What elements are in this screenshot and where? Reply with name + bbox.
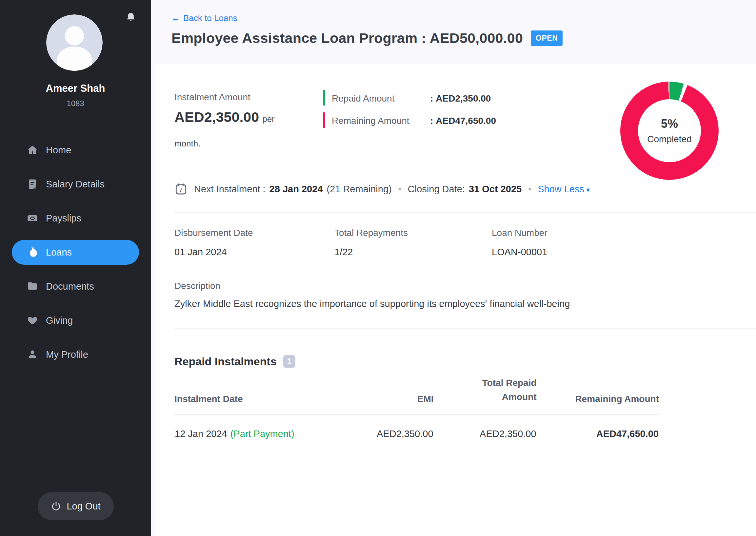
repaid-amount-row: Repaid Amount : AED2,350.00	[332, 93, 491, 104]
page-title: Employee Assistance Loan Program : AED50…	[171, 30, 523, 46]
donut-completed-label: Completed	[647, 134, 691, 145]
detail-label: Disbursement Date	[174, 228, 253, 238]
detail-value: 1/22	[334, 247, 408, 257]
sidebar-item-documents[interactable]: Documents	[12, 274, 139, 299]
banknote-icon	[27, 213, 38, 224]
person-icon	[27, 349, 38, 360]
chevron-down-icon: ▾	[586, 186, 590, 194]
loan-detail-disbursement-date: Disbursement Date01 Jan 2024	[174, 228, 253, 257]
instalments-count-badge: 1	[283, 355, 295, 368]
sidebar-item-label: Home	[46, 145, 71, 156]
remaining-cell: AED47,650.00	[537, 415, 659, 440]
sidebar-item-label: Documents	[46, 281, 94, 292]
back-arrow-icon: ←	[171, 13, 180, 23]
loan-detail-loan-number: Loan NumberLOAN-00001	[492, 228, 548, 257]
divider	[174, 212, 756, 213]
repaid-instalments-table: Instalment DateEMITotal Repaid AmountRem…	[174, 376, 659, 440]
emi-cell: AED2,350.00	[350, 415, 434, 440]
salary-document-icon	[27, 179, 38, 190]
donut-percent: 5%	[661, 117, 678, 131]
calendar-icon: 7	[174, 183, 188, 196]
loan-detail-card: Instalment Amount AED2,350.00per month. …	[156, 64, 756, 536]
repaid-instalments-heading: Repaid Instalments	[174, 355, 277, 368]
sidebar: Ameer Shah 1083 HomeSalary DetailsPaysli…	[0, 0, 151, 536]
sidebar-item-label: Loans	[46, 247, 72, 258]
avatar	[46, 15, 103, 71]
power-icon	[51, 501, 61, 512]
sidebar-item-giving[interactable]: Giving	[12, 308, 139, 333]
detail-label: Total Repayments	[334, 228, 408, 238]
remaining-amount-row: Remaining Amount : AED47,650.00	[332, 116, 496, 126]
column-header: EMI	[350, 376, 434, 415]
sidebar-item-loans[interactable]: Loans	[12, 240, 139, 265]
back-to-loans-link[interactable]: ← Back to Loans	[171, 13, 237, 23]
column-header: Instalment Date	[174, 376, 350, 415]
employee-id: 1083	[0, 99, 151, 108]
repaid-amount-value: AED2,350.00	[436, 93, 491, 104]
next-instalment-label: Next Instalment :	[194, 184, 266, 195]
instalment-amount: AED2,350.00per	[174, 109, 275, 125]
instalment-amount-label: Instalment Amount	[174, 92, 250, 103]
svg-text:7: 7	[180, 187, 183, 193]
detail-value: LOAN-00001	[492, 247, 548, 257]
detail-value: 01 Jan 2024	[174, 247, 253, 257]
closing-date-value: 31 Oct 2025	[469, 184, 522, 195]
employee-name: Ameer Shah	[0, 83, 151, 94]
description-label: Description	[174, 281, 220, 291]
column-header: Total Repaid Amount	[434, 376, 537, 415]
description-text: Zylker Middle East recognizes the import…	[174, 298, 570, 309]
detail-label: Loan Number	[492, 228, 548, 238]
sidebar-item-label: Giving	[46, 315, 73, 326]
sidebar-item-payslips[interactable]: Payslips	[12, 206, 139, 231]
dot-separator: •	[528, 184, 531, 194]
remaining-color-bar	[323, 112, 325, 128]
sidebar-item-home[interactable]: Home	[12, 138, 139, 162]
repaid-color-bar	[323, 90, 325, 106]
instalment-date-cell: 12 Jan 2024(Part Payment)	[174, 415, 350, 440]
notification-bell-icon[interactable]	[125, 12, 136, 23]
sidebar-item-label: Payslips	[46, 213, 81, 224]
next-instalment-date: 28 Jan 2024	[270, 184, 323, 195]
closing-date-label: Closing Date:	[408, 184, 465, 195]
status-badge: OPEN	[531, 30, 562, 46]
part-payment-tag: (Part Payment)	[231, 428, 294, 439]
main-content: ← Back to Loans Employee Assistance Loan…	[151, 0, 756, 536]
sidebar-item-label: My Profile	[46, 349, 88, 360]
heart-icon	[27, 315, 38, 326]
show-less-toggle[interactable]: Show Less▾	[538, 184, 590, 195]
back-link-label: Back to Loans	[183, 13, 237, 23]
next-instalment-row: 7 Next Instalment : 28 Jan 2024 (21 Rema…	[174, 179, 590, 199]
logout-button[interactable]: Log Out	[38, 492, 114, 520]
sidebar-nav: HomeSalary DetailsPayslipsLoansDocuments…	[0, 138, 151, 376]
table-row: 12 Jan 2024(Part Payment)AED2,350.00AED2…	[174, 415, 659, 440]
divider	[174, 328, 756, 329]
logout-label: Log Out	[67, 501, 100, 512]
loan-detail-total-repayments: Total Repayments1/22	[334, 228, 408, 257]
per-month-suffix: month.	[174, 139, 200, 149]
sidebar-item-my-profile[interactable]: My Profile	[12, 342, 139, 367]
sidebar-item-label: Salary Details	[46, 179, 105, 190]
sidebar-item-salary-details[interactable]: Salary Details	[12, 172, 139, 197]
instalments-remaining: (21 Remaining)	[327, 184, 391, 195]
dot-separator: •	[398, 184, 401, 194]
remaining-amount-value: AED47,650.00	[436, 116, 496, 126]
home-icon	[27, 145, 38, 156]
column-header: Remaining Amount	[537, 376, 659, 415]
repayment-progress-donut: 5% Completed	[620, 82, 719, 180]
total-repaid-cell: AED2,350.00	[434, 415, 537, 440]
folder-icon	[27, 281, 38, 292]
money-bag-icon	[27, 247, 38, 258]
